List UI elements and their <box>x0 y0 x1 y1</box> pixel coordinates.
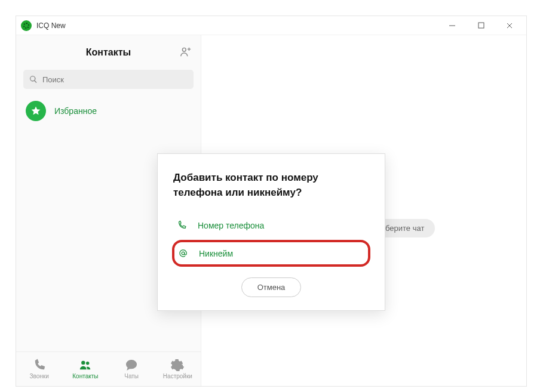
option-phone[interactable]: Номер телефона <box>173 213 369 237</box>
svg-point-3 <box>182 252 185 255</box>
modal-backdrop: Добавить контакт по номеру телефона или … <box>16 35 526 386</box>
app-logo-icon <box>21 20 32 31</box>
maximize-icon <box>478 22 484 29</box>
titlebar: ICQ New <box>16 16 526 35</box>
app-title: ICQ New <box>36 21 66 30</box>
option-nickname[interactable]: Никнейм <box>172 240 370 267</box>
modal-actions: Отмена <box>173 277 369 297</box>
phone-icon <box>177 220 187 230</box>
app-body: Контакты Избранное <box>16 35 526 386</box>
svg-rect-0 <box>478 23 484 28</box>
minimize-button[interactable] <box>440 17 464 34</box>
option-nickname-label: Никнейм <box>199 249 233 258</box>
close-button[interactable] <box>498 17 521 34</box>
modal-title: Добавить контакт по номеру телефона или … <box>173 171 369 200</box>
close-icon <box>506 22 513 29</box>
minimize-icon <box>449 22 456 29</box>
option-phone-label: Номер телефона <box>198 221 264 230</box>
at-icon <box>178 248 188 258</box>
app-window: ICQ New Контакты <box>16 16 527 387</box>
add-contact-modal: Добавить контакт по номеру телефона или … <box>157 153 385 311</box>
cancel-button[interactable]: Отмена <box>241 277 302 297</box>
maximize-button[interactable] <box>469 17 493 34</box>
